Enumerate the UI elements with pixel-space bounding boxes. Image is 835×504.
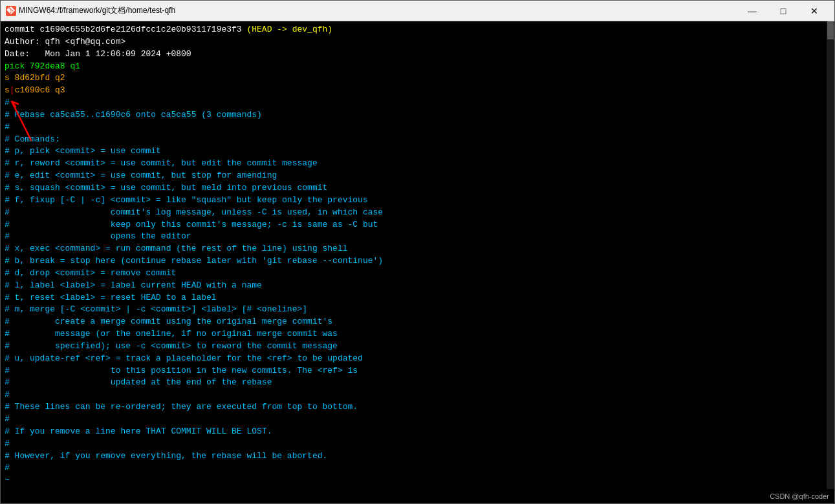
terminal-line: # bbox=[5, 414, 823, 426]
maximize-button[interactable]: □ bbox=[768, 1, 798, 21]
terminal-line: s|c1690c6 q3 bbox=[5, 85, 823, 97]
terminal-line: # bbox=[5, 462, 823, 474]
terminal-line: Date: Mon Jan 1 12:06:09 2024 +0800 bbox=[5, 48, 823, 61]
terminal-line: # However, if you remove everything, the… bbox=[5, 450, 823, 463]
terminal-line: # x, exec <command> = run command (the r… bbox=[5, 243, 823, 255]
terminal-line: # Rebase ca5ca55..c1690c6 onto ca5ca55 (… bbox=[5, 109, 823, 121]
close-button[interactable]: ✕ bbox=[799, 1, 829, 21]
terminal-line: # updated at the end of the rebase bbox=[5, 377, 823, 389]
terminal-line: # create a merge commit using the origin… bbox=[5, 316, 823, 328]
terminal-window: MINGW64:/f/framework/git文档/home/test-qfh… bbox=[0, 0, 835, 504]
status-text: CSDN @qfh-coder bbox=[770, 492, 829, 500]
terminal-line: # to this position in the new commits. T… bbox=[5, 365, 823, 377]
terminal-line: # b, break = stop here (continue rebase … bbox=[5, 255, 823, 268]
title-bar-controls: — □ ✕ bbox=[737, 1, 829, 21]
git-icon bbox=[6, 6, 16, 16]
minimize-button[interactable]: — bbox=[737, 1, 767, 21]
terminal-line: ~ bbox=[5, 487, 823, 489]
terminal-line: ~ bbox=[5, 474, 823, 487]
terminal-line: # p, pick <commit> = use commit bbox=[5, 145, 823, 158]
terminal-line: # r, reword <commit> = use commit, but e… bbox=[5, 158, 823, 170]
title-bar-text: MINGW64:/f/framework/git文档/home/test-qfh bbox=[19, 5, 737, 16]
title-bar: MINGW64:/f/framework/git文档/home/test-qfh… bbox=[1, 1, 834, 21]
terminal-line: # Commands: bbox=[5, 134, 823, 146]
terminal-line: # t, reset <label> = reset HEAD to a lab… bbox=[5, 292, 823, 304]
terminal-line: # These lines can be re-ordered; they ar… bbox=[5, 401, 823, 414]
terminal-line: # f, fixup [-C | -c] <commit> = like "sq… bbox=[5, 194, 823, 207]
terminal-line: # specified); use -c <commit> to reword … bbox=[5, 341, 823, 353]
terminal-line: # u, update-ref <ref> = track a placehol… bbox=[5, 353, 823, 365]
terminal-line: # l, label <label> = label current HEAD … bbox=[5, 280, 823, 292]
terminal-line: # commit's log message, unless -C is use… bbox=[5, 207, 823, 219]
terminal-line: commit c1690c655b2d6fe2126dfcc1c2e0b9311… bbox=[5, 24, 823, 36]
terminal-line: Author: qfh <qfh@qq.com> bbox=[5, 36, 823, 48]
terminal-line: # keep only this commit's message; -c is… bbox=[5, 219, 823, 231]
terminal-line: # e, edit <commit> = use commit, but sto… bbox=[5, 170, 823, 182]
status-bar: CSDN @qfh-coder bbox=[1, 489, 834, 503]
terminal-line: # d, drop <commit> = remove commit bbox=[5, 268, 823, 280]
terminal-line: s 8d62bfd q2 bbox=[5, 72, 823, 85]
terminal-line: # bbox=[5, 97, 823, 109]
terminal-content[interactable]: commit c1690c655b2d6fe2126dfcc1c2e0b9311… bbox=[1, 21, 827, 489]
terminal-line: # s, squash <commit> = use commit, but m… bbox=[5, 182, 823, 194]
terminal-line: # message (or the oneline, if no origina… bbox=[5, 328, 823, 341]
terminal-line: # m, merge [-C <commit> | -c <commit>] <… bbox=[5, 304, 823, 316]
terminal-line: # If you remove a line here THAT COMMIT … bbox=[5, 426, 823, 438]
terminal-line: pick 792dea8 q1 bbox=[5, 61, 823, 73]
terminal-line: # bbox=[5, 438, 823, 450]
terminal-area: commit c1690c655b2d6fe2126dfcc1c2e0b9311… bbox=[1, 21, 834, 489]
terminal-line: # bbox=[5, 121, 823, 134]
scrollbar[interactable] bbox=[827, 21, 834, 489]
terminal-line: # bbox=[5, 389, 823, 401]
terminal-line: # opens the editor bbox=[5, 231, 823, 243]
